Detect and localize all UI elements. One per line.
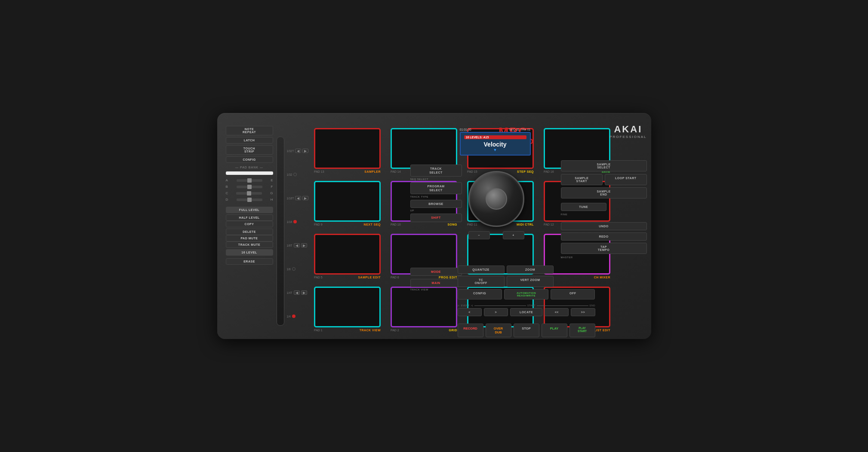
pad-cell-13: PAD 13 SAMPLER xyxy=(311,128,384,177)
pad-1-num: PAD 1 xyxy=(314,329,323,332)
program-select-button[interactable]: PROGRAM SELECT xyxy=(410,182,462,194)
redo-button[interactable]: REDO xyxy=(561,232,647,241)
record-button[interactable]: RECORD xyxy=(458,324,483,337)
pad-5[interactable] xyxy=(314,234,381,275)
q-dot-32 xyxy=(293,173,297,176)
arr-left-32t[interactable]: ◀ xyxy=(295,149,301,153)
nav-end-label: END xyxy=(590,304,595,307)
akai-logo: AKAI PROFESSIONAL xyxy=(609,124,646,139)
pad-16-num: PAD 16 xyxy=(544,170,554,173)
bank-a: A xyxy=(226,178,228,182)
q-dot-8 xyxy=(292,267,295,271)
touch-strip-button[interactable]: TOUCH STRIP xyxy=(226,145,273,155)
main-knob[interactable] xyxy=(468,171,524,227)
play-start-button[interactable]: PLAY START xyxy=(569,324,595,337)
quantize-button[interactable]: QUANTIZE xyxy=(458,266,505,274)
arr-right-16t[interactable]: ▶ xyxy=(302,196,308,200)
knob-inner xyxy=(486,188,507,210)
sixteen-level-button[interactable]: 16 LEVEL xyxy=(226,249,273,256)
tc-onoff-button[interactable]: TC ON/OFF xyxy=(458,276,505,287)
shift-mode-section: MODE MAIN TRACK VIEW xyxy=(410,268,462,293)
rewind-button[interactable]: << xyxy=(545,308,569,316)
config2-button[interactable]: CONFIG xyxy=(458,289,502,299)
track-mute-button[interactable]: TRACK MUTE xyxy=(226,241,273,248)
full-level-button[interactable]: FULL LEVEL xyxy=(226,207,273,213)
bank-slider-dh[interactable] xyxy=(237,199,262,201)
latch-button[interactable]: LATCH xyxy=(226,137,273,144)
track-select-button[interactable]: TRACK SELECT xyxy=(410,165,462,177)
tune-button[interactable]: TUNE xyxy=(561,203,607,211)
track-type-label: TRACK TYPE xyxy=(410,195,462,198)
main-button[interactable]: MAIN xyxy=(410,279,462,287)
pad-9-func: NEXT SEQ xyxy=(364,223,381,226)
browse-button[interactable]: BROWSE xyxy=(410,200,462,208)
bank-slider-ae[interactable] xyxy=(237,179,262,182)
arr-right-8t[interactable]: ▶ xyxy=(301,243,307,247)
pad-bank-slider[interactable] xyxy=(226,171,273,175)
bank-slider-bf[interactable] xyxy=(237,186,262,188)
locate-button[interactable]: LOCATE xyxy=(510,308,542,316)
bank-slider-cg[interactable] xyxy=(236,192,262,195)
pad-10-func: SONG xyxy=(447,223,457,226)
pad-8-func: CH MIXER xyxy=(594,276,610,279)
right-buttons-column: SAMPLE SELECT SAMPLE START LOOP START SA… xyxy=(561,160,647,260)
q-label-8: 1/8 xyxy=(287,268,291,271)
bank-c: C xyxy=(226,191,228,195)
arr-left-4t[interactable]: ◀ xyxy=(294,290,300,295)
navigation-row: |< EVENT >| START END < > LOCATE << >> xyxy=(458,304,595,316)
arr-left-8t[interactable]: ◀ xyxy=(294,243,300,247)
sample-start-button[interactable]: SAMPLE START xyxy=(561,174,603,185)
bank-row-cg: C G xyxy=(226,191,273,195)
pad-cell-9: PAD 9 NEXT SEQ xyxy=(311,181,384,230)
sample-end-button[interactable]: SAMPLE END xyxy=(561,187,647,199)
off-button[interactable]: OFF xyxy=(551,289,595,299)
half-level-button[interactable]: HALF LEVEL xyxy=(226,214,273,221)
master-label: MASTER xyxy=(561,256,647,259)
undo-button[interactable]: UNDO xyxy=(561,222,647,230)
touch-strip-bar[interactable] xyxy=(277,137,284,326)
erase-button[interactable]: ERASE xyxy=(226,258,273,265)
ffwd-button[interactable]: >> xyxy=(571,308,595,316)
pad-mute-button[interactable]: PAD MUTE xyxy=(226,235,273,241)
arr-left-16t[interactable]: ◀ xyxy=(295,196,301,200)
display-velocity-text: Velocity xyxy=(484,141,507,148)
nav-start-icon: |< xyxy=(458,304,460,307)
transport-row: RECORD OVER DUB STOP PLAY PLAY START xyxy=(458,324,595,337)
automation-button[interactable]: AUTOMATION READ/WRITE xyxy=(504,289,548,299)
minus-button[interactable]: − xyxy=(468,231,490,239)
arr-right-4t[interactable]: ▶ xyxy=(301,290,307,295)
pad-12-num: PAD 12 xyxy=(544,223,554,226)
pad-cell-5: PAD 5 SAMPLE EDIT xyxy=(311,234,384,283)
q-label-16: 1/16 xyxy=(287,220,292,223)
bank-d: D xyxy=(226,198,228,202)
mode-button[interactable]: MODE xyxy=(410,268,462,276)
play-button[interactable]: PLAY xyxy=(542,324,567,337)
stop-button[interactable]: STOP xyxy=(514,324,539,337)
config-button[interactable]: CONFIG xyxy=(226,156,273,163)
arr-right-32t[interactable]: ▶ xyxy=(302,149,308,153)
q-label-32t: 1/32T xyxy=(287,150,294,153)
zoom-button[interactable]: ZOOM xyxy=(507,266,554,274)
pad-14[interactable] xyxy=(391,128,457,169)
pad-6-num: PAD 6 xyxy=(391,276,399,279)
delete-button[interactable]: DELETE xyxy=(226,229,273,235)
pad-2[interactable] xyxy=(391,287,457,327)
nav-prev-button[interactable]: < xyxy=(458,308,482,316)
pad-13[interactable] xyxy=(314,128,381,169)
note-repeat-button[interactable]: NOTE REPEAT xyxy=(226,126,273,135)
sample-select-button[interactable]: SAMPLE SELECT xyxy=(561,160,647,171)
nav-forward-icon: >| xyxy=(471,304,473,307)
loop-start-button[interactable]: LOOP START xyxy=(605,174,647,185)
track-view-sublabel: TRACK VIEW xyxy=(410,288,462,291)
bank-row-bf: B F xyxy=(226,185,273,189)
pad-1[interactable] xyxy=(314,287,381,327)
tap-tempo-button[interactable]: TAP TEMPO xyxy=(561,243,647,254)
plus-button[interactable]: + xyxy=(503,231,524,239)
nav-next-button[interactable]: > xyxy=(484,308,508,316)
copy-button[interactable]: COPY xyxy=(226,221,273,227)
over-dub-button[interactable]: OVER DUB xyxy=(486,324,511,337)
shift-button[interactable]: SHIFT xyxy=(410,214,462,222)
pad-9[interactable] xyxy=(314,181,381,222)
q-label-4t: 1/4T xyxy=(287,291,292,294)
vert-zoom-button[interactable]: VERT ZOOM xyxy=(507,276,554,287)
